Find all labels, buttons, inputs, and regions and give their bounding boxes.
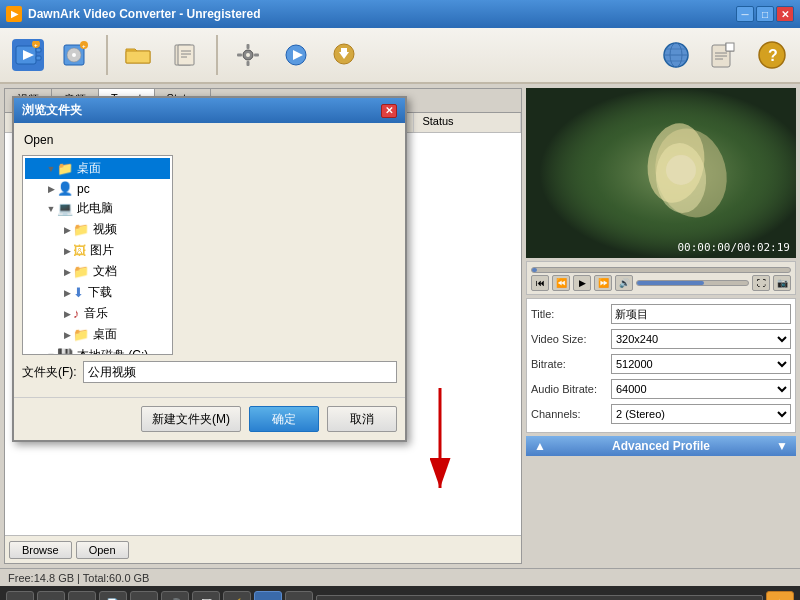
- dialog-title-text: 浏览文件夹: [22, 102, 82, 119]
- dialog-title: 浏览文件夹 ✕: [14, 98, 405, 123]
- tree-label-downloads: 下载: [88, 284, 112, 301]
- tree-label-cdrive: 本地磁盘 (C:): [77, 347, 148, 355]
- close-button[interactable]: ✕: [776, 6, 794, 22]
- tree-item-cDrive[interactable]: ▼ 💾 本地磁盘 (C:): [25, 345, 170, 355]
- maximize-button[interactable]: □: [756, 6, 774, 22]
- tree-container: ▼ 📁 桌面 ▶ 👤 pc ▼ 💻: [22, 155, 397, 355]
- tree-item-desktop2[interactable]: ▶ 📁 桌面: [25, 324, 170, 345]
- folder-row: 文件夹(F):: [22, 361, 397, 383]
- app-title: DawnArk Video Converter - Unregistered: [28, 7, 736, 21]
- tree-item-downloads[interactable]: ▶ ⬇ 下载: [25, 282, 170, 303]
- person-icon-pc: 👤: [57, 181, 73, 196]
- folder-icon-pictures: 🖼: [73, 243, 86, 258]
- folder-icon-downloads: ⬇: [73, 285, 84, 300]
- tree-item-video[interactable]: ▶ 📁 视频: [25, 219, 170, 240]
- tree-label-pictures: 图片: [90, 242, 114, 259]
- tree-item-pc[interactable]: ▶ 👤 pc: [25, 179, 170, 198]
- folder-input[interactable]: [83, 361, 397, 383]
- new-folder-button[interactable]: 新建文件夹(M): [141, 406, 241, 432]
- titlebar: ▶ DawnArk Video Converter - Unregistered…: [0, 0, 800, 28]
- tree-item-music[interactable]: ▶ ♪ 音乐: [25, 303, 170, 324]
- tree-label-music: 音乐: [84, 305, 108, 322]
- dialog-overlay: 浏览文件夹 ✕ Open ▼ 📁 桌面 ▶: [0, 28, 800, 600]
- computer-icon-thispc: 💻: [57, 201, 73, 216]
- folder-icon-docs: 📁: [73, 264, 89, 279]
- browse-dialog: 浏览文件夹 ✕ Open ▼ 📁 桌面 ▶: [12, 96, 407, 442]
- app-icon: ▶: [6, 6, 22, 22]
- folder-icon-desktop2: 📁: [73, 327, 89, 342]
- folder-label: 文件夹(F):: [22, 364, 77, 381]
- tree-label-desktop: 桌面: [77, 160, 101, 177]
- folder-icon-desktop: 📁: [57, 161, 73, 176]
- tree-label-video: 视频: [93, 221, 117, 238]
- tree-label-docs: 文档: [93, 263, 117, 280]
- tree-item-thispc[interactable]: ▼ 💻 此电脑: [25, 198, 170, 219]
- dialog-body: Open ▼ 📁 桌面 ▶ 👤 pc: [14, 123, 405, 391]
- tree-item-desktop[interactable]: ▼ 📁 桌面: [25, 158, 170, 179]
- tree-item-docs[interactable]: ▶ 📁 文档: [25, 261, 170, 282]
- tree-label-pc: pc: [77, 182, 90, 196]
- minimize-button[interactable]: ─: [736, 6, 754, 22]
- tree-label-thispc: 此电脑: [77, 200, 113, 217]
- tree-item-pictures[interactable]: ▶ 🖼 图片: [25, 240, 170, 261]
- tree-label-desktop2: 桌面: [93, 326, 117, 343]
- ok-button[interactable]: 确定: [249, 406, 319, 432]
- cancel-button[interactable]: 取消: [327, 406, 397, 432]
- folder-icon-video: 📁: [73, 222, 89, 237]
- dialog-open-label: Open: [22, 131, 397, 149]
- dialog-buttons: 新建文件夹(M) 确定 取消: [14, 397, 405, 440]
- file-tree[interactable]: ▼ 📁 桌面 ▶ 👤 pc ▼ 💻: [22, 155, 173, 355]
- drive-icon-c: 💾: [57, 348, 73, 355]
- dialog-close-button[interactable]: ✕: [381, 104, 397, 118]
- folder-icon-music: ♪: [73, 306, 80, 321]
